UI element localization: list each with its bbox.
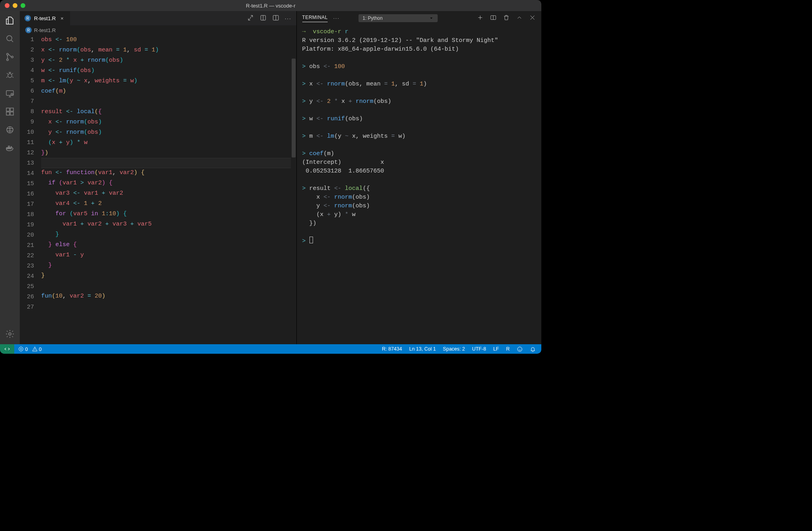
docker-icon[interactable]	[4, 142, 15, 154]
window-close-icon[interactable]	[5, 3, 9, 8]
settings-gear-icon[interactable]	[4, 328, 15, 339]
svg-point-16	[9, 333, 11, 335]
svg-point-4	[8, 74, 12, 78]
svg-point-2	[7, 59, 9, 61]
more-actions-icon[interactable]: ···	[285, 15, 292, 21]
panel-more-icon[interactable]: ···	[333, 15, 340, 21]
extensions-icon[interactable]	[4, 106, 15, 117]
window-minimize-icon[interactable]	[13, 3, 17, 8]
run-debug-icon[interactable]	[4, 70, 15, 81]
split-terminal-icon[interactable]	[490, 14, 497, 22]
status-bar: 0 0 R: 87434 Ln 13, Col 1 Spaces: 2 UTF-…	[0, 344, 541, 354]
remote-indicator[interactable]	[0, 344, 14, 354]
terminal-output[interactable]: → vscode-r r R version 3.6.2 (2019-12-12…	[297, 25, 541, 344]
terminal-select[interactable]: 1: Python	[359, 14, 438, 22]
code-lines[interactable]: obs <- 100x <- rnorm(obs, mean = 1, sd =…	[41, 35, 291, 344]
problems-status[interactable]: 0 0	[18, 346, 42, 352]
svg-point-21	[518, 347, 522, 351]
editor-pane: R R-test1.R × ··· R R-test1.R	[20, 11, 296, 344]
editor-tab[interactable]: R R-test1.R ×	[20, 11, 70, 25]
svg-point-0	[7, 36, 12, 41]
graph-icon[interactable]	[4, 124, 15, 135]
cursor-position[interactable]: Ln 13, Col 1	[409, 346, 436, 352]
panel-close-icon[interactable]	[529, 14, 536, 22]
chevron-up-icon[interactable]	[516, 14, 523, 22]
titlebar: R-test1.R — vscode-r	[0, 0, 541, 11]
svg-rect-8	[10, 108, 13, 111]
r-session-status[interactable]: R: 87434	[382, 346, 402, 352]
language-mode[interactable]: R	[506, 346, 510, 352]
line-gutter: 1234567891011121314151617181920212223242…	[20, 35, 41, 344]
eol-status[interactable]: LF	[493, 346, 499, 352]
svg-point-3	[11, 56, 13, 58]
kill-terminal-icon[interactable]	[503, 14, 510, 22]
r-file-icon: R	[25, 27, 32, 33]
indentation-status[interactable]: Spaces: 2	[443, 346, 465, 352]
source-control-icon[interactable]	[4, 51, 15, 63]
svg-point-1	[7, 53, 9, 55]
terminal-pane: TERMINAL ··· 1: Python	[296, 11, 541, 344]
editor-tab-bar: R R-test1.R × ···	[20, 11, 296, 25]
scrollbar-thumb[interactable]	[292, 59, 296, 157]
compare-icon[interactable]	[260, 14, 267, 23]
panel-header: TERMINAL ··· 1: Python	[297, 11, 541, 25]
remote-explorer-icon[interactable]	[4, 88, 15, 99]
window-zoom-icon[interactable]	[21, 3, 25, 8]
overview-ruler[interactable]	[291, 35, 296, 344]
svg-point-6	[11, 93, 13, 95]
breadcrumb[interactable]: R R-test1.R	[20, 25, 296, 35]
svg-rect-7	[6, 108, 9, 111]
r-file-icon: R	[25, 15, 31, 21]
breadcrumb-label: R-test1.R	[34, 27, 56, 33]
search-icon[interactable]	[4, 33, 15, 44]
feedback-icon[interactable]	[517, 346, 523, 352]
panel-tab-terminal[interactable]: TERMINAL	[302, 15, 328, 22]
window-title: R-test1.R — vscode-r	[0, 3, 541, 9]
activity-bar	[0, 11, 20, 344]
svg-rect-10	[10, 112, 13, 115]
svg-rect-15	[8, 146, 9, 147]
code-editor[interactable]: 1234567891011121314151617181920212223242…	[20, 35, 296, 344]
new-terminal-icon[interactable]	[477, 14, 484, 22]
terminal-select-label: 1: Python	[362, 15, 383, 21]
explorer-icon[interactable]	[4, 15, 15, 26]
notifications-icon[interactable]	[530, 346, 536, 352]
encoding-status[interactable]: UTF-8	[472, 346, 486, 352]
split-editor-icon[interactable]	[272, 14, 279, 23]
svg-rect-9	[6, 112, 9, 115]
open-changes-icon[interactable]	[247, 14, 254, 23]
editor-tab-label: R-test1.R	[34, 15, 56, 21]
close-tab-icon[interactable]: ×	[59, 15, 65, 21]
